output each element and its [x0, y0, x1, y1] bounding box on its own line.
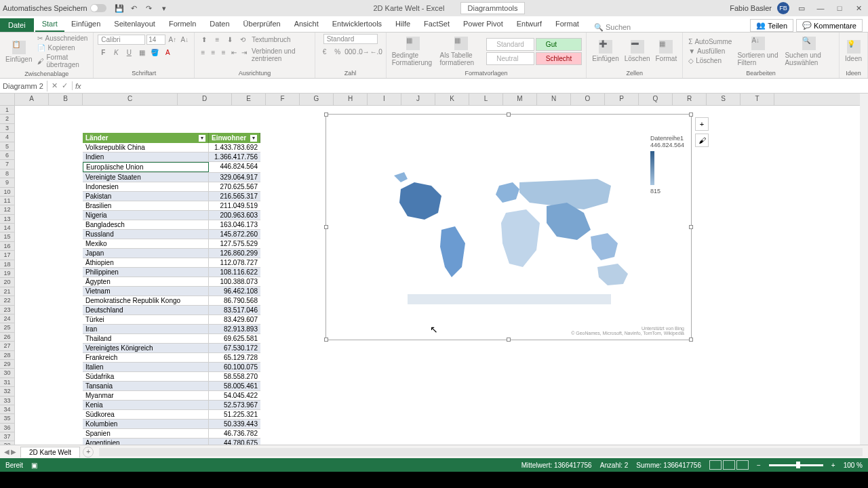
cell-country[interactable]: Kolumbien — [83, 420, 209, 428]
cell-country[interactable]: Südafrika — [83, 372, 209, 381]
row-header[interactable]: 14 — [0, 224, 14, 232]
sheet-tab[interactable]: 2D Karte Welt — [20, 447, 80, 458]
font-color-button[interactable]: A — [162, 47, 173, 58]
page-layout-view-icon[interactable] — [723, 460, 735, 470]
sheet-next-icon[interactable]: ▶ — [11, 448, 16, 455]
row-header[interactable]: 15 — [0, 232, 14, 241]
worksheet-grid[interactable]: ABCDEFGHIJKLMNOPQRST 1234567891011121314… — [0, 94, 868, 445]
cell-population[interactable]: 52.573.967 — [209, 401, 260, 409]
cell-population[interactable]: 108.116.622 — [209, 268, 260, 277]
row-header[interactable]: 1 — [0, 106, 14, 115]
cell-country[interactable]: Thailand — [83, 334, 209, 343]
row-header[interactable]: 30 — [0, 369, 14, 378]
cell-country[interactable]: Iran — [83, 325, 209, 333]
table-row[interactable]: Philippinen108.116.622 — [83, 268, 260, 277]
cut-button[interactable]: ✂ Ausschneiden — [36, 34, 89, 43]
cell-population[interactable]: 126.860.299 — [209, 249, 260, 258]
toggle-switch[interactable] — [90, 4, 106, 12]
table-row[interactable]: Südkorea51.225.321 — [83, 410, 260, 420]
cell-country[interactable]: Äthiopien — [83, 258, 209, 267]
style-gut[interactable]: Gut — [536, 38, 582, 51]
cell-country[interactable]: Türkei — [83, 315, 209, 324]
insert-cells-button[interactable]: ➕Einfügen — [591, 39, 620, 64]
cell-population[interactable]: 216.565.317 — [209, 192, 260, 201]
cell-country[interactable]: Vietnam — [83, 287, 209, 296]
column-header[interactable]: O — [571, 94, 605, 105]
cell-country[interactable]: Ägypten — [83, 277, 209, 286]
table-row[interactable]: Indien1.366.417.756 — [83, 152, 260, 162]
row-header[interactable]: 2 — [0, 115, 14, 123]
style-schlecht[interactable]: Schlecht — [536, 52, 582, 65]
undo-icon[interactable]: ↶ — [130, 3, 139, 13]
zoom-out-icon[interactable]: − — [757, 462, 761, 469]
table-row[interactable]: Argentinien44.780.675 — [83, 439, 260, 445]
table-row[interactable]: Italien60.100.075 — [83, 363, 260, 372]
column-header[interactable]: P — [605, 94, 639, 105]
maximize-icon[interactable]: □ — [833, 1, 846, 15]
table-row[interactable]: Kolumbien50.339.443 — [83, 420, 260, 429]
table-row[interactable]: Kenia52.573.967 — [83, 401, 260, 410]
table-row[interactable]: Äthiopien112.078.727 — [83, 258, 260, 268]
decrease-decimal-icon[interactable]: ←.0 — [371, 46, 382, 57]
table-row[interactable]: Vereinigtes Königreich67.530.172 — [83, 344, 260, 353]
cell-country[interactable]: Mexiko — [83, 239, 209, 248]
tab-ansicht[interactable]: Ansicht — [288, 17, 326, 32]
cell-country[interactable]: Pakistan — [83, 192, 209, 201]
row-header[interactable]: 16 — [0, 242, 14, 251]
column-header[interactable]: K — [435, 94, 469, 105]
row-header[interactable]: 21 — [0, 287, 14, 296]
table-row[interactable]: Iran82.913.893 — [83, 325, 260, 334]
align-center-icon[interactable]: ≡ — [209, 47, 217, 58]
resize-handle[interactable] — [324, 225, 328, 229]
table-row[interactable]: Südafrika58.558.270 — [83, 372, 260, 382]
table-row[interactable]: Nigeria200.963.603 — [83, 211, 260, 220]
table-row[interactable]: Türkei83.429.607 — [83, 315, 260, 325]
cell-population[interactable]: 329.064.917 — [209, 173, 260, 182]
filter-icon[interactable]: ▼ — [250, 135, 257, 142]
percent-icon[interactable]: % — [332, 46, 343, 57]
cell-country[interactable]: Vereinigte Staaten — [83, 173, 209, 182]
chart-elements-button[interactable]: + — [695, 117, 709, 131]
tab-format[interactable]: Format — [549, 17, 586, 32]
row-header[interactable]: 28 — [0, 351, 14, 360]
table-header-countries[interactable]: Länder▼ — [83, 133, 209, 143]
normal-view-icon[interactable] — [709, 460, 722, 470]
sheet-prev-icon[interactable]: ◀ — [4, 448, 9, 455]
cell-country[interactable]: Demokratische Republik Kongo — [83, 296, 209, 305]
table-row[interactable]: Vereinigte Staaten329.064.917 — [83, 173, 260, 182]
comma-icon[interactable]: 000 — [345, 46, 356, 57]
cell-country[interactable]: Volksrepublik China — [83, 143, 209, 152]
sort-filter-button[interactable]: A↓Sortieren und Filtern — [736, 35, 781, 68]
cell-country[interactable]: Kenia — [83, 401, 209, 409]
column-header[interactable]: C — [83, 94, 178, 105]
copy-button[interactable]: 📄 Kopieren — [36, 43, 89, 52]
decrease-font-icon[interactable]: A↓ — [179, 34, 190, 45]
row-header[interactable]: 35 — [0, 414, 14, 423]
indent-decrease-icon[interactable]: ⇤ — [230, 47, 238, 58]
cell-population[interactable]: 46.736.782 — [209, 429, 260, 438]
row-header[interactable]: 37 — [0, 432, 14, 441]
cell-population[interactable]: 69.625.581 — [209, 334, 260, 343]
row-header[interactable]: 29 — [0, 360, 14, 369]
conditional-format-button[interactable]: ▦Bedingte Formatierung — [391, 35, 436, 68]
cell-country[interactable]: Japan — [83, 249, 209, 258]
row-header[interactable]: 31 — [0, 378, 14, 387]
fx-icon[interactable]: fx — [73, 82, 84, 90]
resize-handle[interactable] — [507, 113, 511, 117]
format-as-table-button[interactable]: ▦Als Tabelle formatieren — [439, 35, 484, 68]
table-row[interactable]: Ägypten100.388.073 — [83, 277, 260, 287]
column-header[interactable]: F — [266, 94, 300, 105]
border-button[interactable]: ▦ — [136, 47, 147, 58]
style-standard[interactable]: Standard — [486, 38, 534, 51]
tab-start[interactable]: Start — [35, 17, 64, 32]
column-header[interactable]: T — [741, 94, 774, 105]
row-header[interactable]: 24 — [0, 314, 14, 323]
user-avatar[interactable]: FB — [777, 2, 789, 14]
fill-color-button[interactable]: 🪣 — [149, 47, 160, 58]
row-header[interactable]: 17 — [0, 251, 14, 260]
filter-icon[interactable]: ▼ — [199, 135, 205, 142]
comments-button[interactable]: 💬 Kommentare — [796, 19, 863, 32]
clear-button[interactable]: ◇ Löschen — [687, 56, 733, 65]
page-break-view-icon[interactable] — [736, 460, 749, 470]
table-row[interactable]: Bangladesch163.046.173 — [83, 220, 260, 230]
